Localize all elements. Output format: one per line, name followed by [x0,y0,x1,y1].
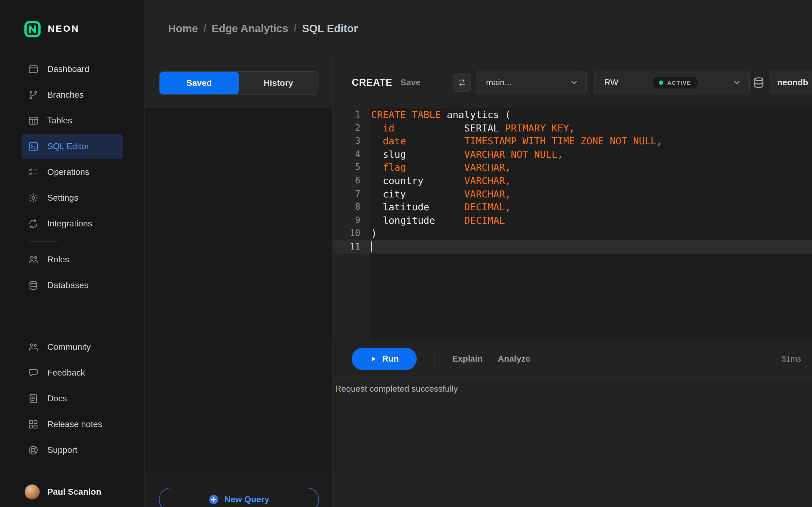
code-line-2[interactable]: 2 id SERIAL PRIMARY KEY, [334,121,812,135]
breadcrumb: Home/Edge Analytics/SQL Editor [168,22,358,35]
tab-history[interactable]: History [239,72,318,95]
line-number: 3 [334,135,369,148]
database-selector[interactable]: neondb [770,71,812,95]
compute-selector-value: RW [604,78,618,88]
line-number: 11 [334,240,369,253]
code-text: date TIMESTAMP WITH TIME ZONE NOT NULL, [369,135,812,148]
compute-selector[interactable]: RW ACTIVE [594,71,750,95]
code-line-8[interactable]: 8 latitude DECIMAL, [334,201,812,214]
branch-selector[interactable]: main... [476,71,587,95]
analyze-button[interactable]: Analyze [498,354,530,363]
sidebar-item-operations[interactable]: Operations [21,159,123,185]
sidebar-item-label: Roles [47,255,69,265]
sidebar-item-roles[interactable]: Roles [21,247,123,273]
code-line-1[interactable]: 1CREATE TABLE analytics ( [334,108,812,121]
toolbar-divider [434,351,435,367]
integrations-icon [28,218,39,229]
line-number: 9 [334,214,369,227]
support-icon [28,445,39,455]
code-text [369,240,812,253]
code-line-3[interactable]: 3 date TIMESTAMP WITH TIME ZONE NOT NULL… [334,135,812,148]
chevron-down-icon [569,78,579,88]
plus-icon [208,494,219,505]
sidebar-item-sql-editor[interactable]: SQL Editor [21,133,123,159]
compare-arrows-icon [457,78,467,88]
breadcrumb-sql-editor[interactable]: SQL Editor [302,22,358,35]
line-number: 2 [334,121,369,135]
code-line-7[interactable]: 7 city VARCHAR, [334,187,812,201]
sidebar-item-label: SQL Editor [47,142,89,151]
sidebar-item-feedback[interactable]: Feedback [21,360,123,386]
code-line-10[interactable]: 10) [334,227,812,240]
sidebar-item-label: Support [47,445,77,455]
line-number: 1 [334,108,369,121]
database-icon [752,76,765,89]
sidebar-item-dashboard[interactable]: Dashboard [21,56,123,82]
branch-selector-value: main... [486,78,512,88]
breadcrumb-separator: / [203,22,206,35]
sidebar-item-tables[interactable]: Tables [21,108,123,133]
sidebar-item-label: Settings [47,193,79,203]
sidebar-item-databases[interactable]: Databases [21,273,123,298]
code-text: slug VARCHAR NOT NULL, [369,148,812,161]
code-line-9[interactable]: 9 longitude DECIMAL [334,214,812,227]
sidebar-item-integrations[interactable]: Integrations [21,211,123,237]
new-query-button[interactable]: New Query [159,488,319,507]
code-line-6[interactable]: 6 country VARCHAR, [334,174,812,187]
sql-editor-panel: CREATE Save main... RW ACTIVE [334,57,812,507]
new-query-label: New Query [224,495,269,504]
tab-saved[interactable]: Saved [159,72,239,95]
topbar: Home/Edge Analytics/SQL Editor [145,0,812,57]
header-divider [439,57,439,108]
sidebar-item-support[interactable]: Support [21,437,123,463]
save-button[interactable]: Save [400,78,420,88]
sidebar-item-docs[interactable]: Docs [21,386,123,411]
line-number: 4 [334,148,369,161]
status-message: Request completed successfully [334,378,812,394]
user-menu[interactable]: Paul Scanlon [0,479,145,505]
code-text: latitude DECIMAL, [369,201,812,214]
database-selector-value: neondb [777,78,808,88]
code-text: country VARCHAR, [369,174,812,187]
explain-button[interactable]: Explain [452,354,483,363]
sidebar-item-label: Databases [47,281,88,290]
code-line-5[interactable]: 5 flag VARCHAR, [334,161,812,174]
branches-icon [28,90,39,100]
sidebar-item-community[interactable]: Community [21,334,123,360]
sidebar-item-label: Docs [47,394,67,403]
databases-icon [28,280,39,291]
editor-header: CREATE Save main... RW ACTIVE [334,57,812,108]
code-text: ) [369,227,812,240]
line-number: 10 [334,227,369,240]
active-dot-icon [659,80,663,85]
breadcrumb-edge-analytics[interactable]: Edge Analytics [212,22,288,35]
sidebar-item-settings[interactable]: Settings [21,185,123,211]
compute-status-badge: ACTIVE [653,77,698,89]
query-tabs: SavedHistory [159,71,318,95]
query-title: CREATE [352,77,392,88]
sidebar-item-label: Integrations [47,219,92,229]
run-button[interactable]: Run [352,347,417,370]
query-list [145,108,333,473]
code-text: longitude DECIMAL [369,214,812,227]
breadcrumb-home[interactable]: Home [168,22,198,35]
feedback-icon [28,368,39,378]
code-line-11[interactable]: 11 [334,240,812,253]
release-notes-icon [28,419,39,430]
code-text: city VARCHAR, [369,187,812,201]
sql-editor-code[interactable]: 1CREATE TABLE analytics (2 id SERIAL PRI… [334,108,812,340]
queries-footer: New Query [145,473,333,507]
sidebar-item-branches[interactable]: Branches [21,82,123,108]
sidebar-item-release-notes[interactable]: Release notes [21,411,123,437]
sidebar-item-label: Community [47,342,91,352]
code-text: id SERIAL PRIMARY KEY, [369,121,812,135]
community-icon [28,342,39,352]
line-number: 8 [334,201,369,214]
branch-compare-button[interactable] [453,73,471,92]
code-line-4[interactable]: 4 slug VARCHAR NOT NULL, [334,148,812,161]
breadcrumb-separator: / [294,22,297,35]
code-text: flag VARCHAR, [369,161,812,174]
operations-icon [28,167,39,178]
sidebar-item-label: Dashboard [47,64,89,74]
neon-logo[interactable]: NEON [0,0,145,38]
